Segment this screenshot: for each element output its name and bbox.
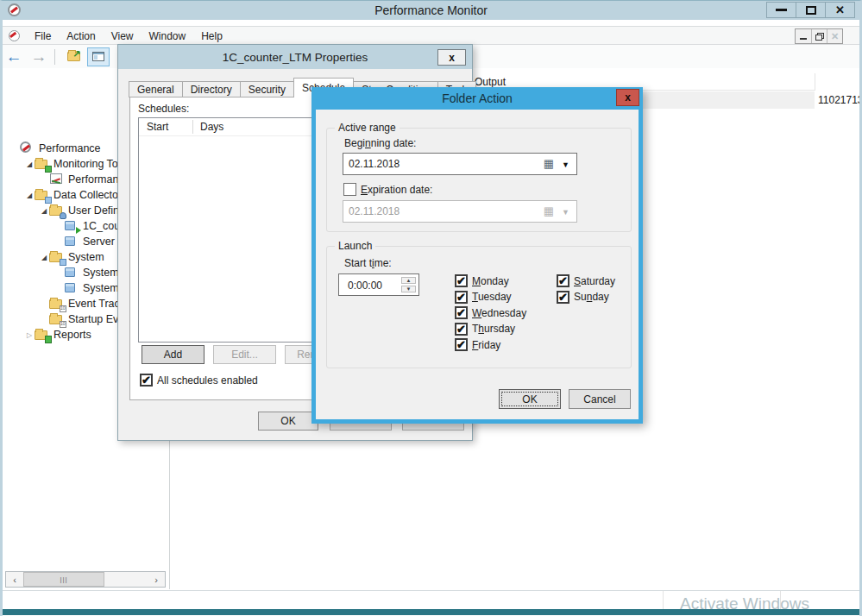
day-checkbox-saturday[interactable]: ✔ Saturday (557, 274, 615, 287)
tab-directory[interactable]: Directory (182, 81, 241, 97)
back-button[interactable]: ← (3, 47, 25, 66)
forward-arrow-icon: → (31, 47, 47, 66)
window-controls: ✕ (767, 2, 855, 18)
menu-action[interactable]: Action (59, 28, 103, 44)
properties-close-button[interactable]: x (437, 49, 466, 66)
checkbox-checked-icon[interactable]: ✔ (557, 274, 569, 287)
calendar-icon: ▦ (544, 158, 554, 169)
child-restore-button[interactable] (811, 29, 827, 43)
checkbox-checked-icon[interactable]: ✔ (455, 306, 468, 319)
close-icon: ✕ (831, 31, 839, 42)
checkbox-checked-icon[interactable]: ✔ (455, 291, 468, 304)
scrollbar-thumb[interactable]: ||| (23, 572, 104, 587)
title-bar: Performance Monitor ✕ (0, 0, 862, 20)
dropdown-arrow-icon: ▼ (562, 209, 569, 217)
launch-legend: Launch (335, 240, 375, 252)
menu-view[interactable]: View (104, 28, 142, 44)
day-checkbox-sunday[interactable]: ✔ Sunday (557, 291, 609, 304)
start-time-field[interactable]: 0:00:00 ▲ ▼ (338, 273, 419, 296)
tree-item-system[interactable]: ◢ System (39, 249, 104, 265)
menu-file[interactable]: File (27, 28, 59, 44)
minimize-icon (800, 38, 807, 40)
back-arrow-icon: ← (6, 47, 22, 66)
tree-item-event-trace[interactable]: Event Trace (39, 296, 126, 311)
child-minimize-button[interactable] (796, 29, 811, 43)
checkbox-checked-icon[interactable]: ✔ (455, 338, 468, 351)
tree-item-data-collector[interactable]: ◢ Data Collector (24, 187, 122, 203)
tree-item-monitoring-too[interactable]: ◢ Monitoring Too (24, 156, 124, 172)
day-checkbox-monday[interactable]: ✔ Monday (455, 274, 509, 287)
tree-item-performance[interactable]: Performance (9, 141, 101, 156)
tree-expander-icon[interactable]: ◢ (39, 254, 49, 261)
column-divider (815, 73, 815, 91)
active-range-legend: Active range (335, 122, 400, 134)
day-checkbox-thursday[interactable]: ✔ Thursday (455, 323, 515, 336)
scrollbar-track[interactable]: ||| (23, 572, 148, 587)
checkbox-checked-icon[interactable]: ✔ (140, 374, 153, 387)
minimize-button[interactable] (766, 2, 796, 18)
properties-dialog-title: 1C_counter_LTM Properties (118, 45, 472, 69)
status-divider (663, 591, 664, 610)
tree-expander-icon[interactable]: ◢ (24, 192, 35, 199)
expiration-date-label: Expiration date: (361, 184, 432, 196)
expiration-date-checkbox[interactable]: Expiration date: (343, 183, 432, 196)
spinner-up-button[interactable]: ▲ (401, 277, 416, 284)
tab-security[interactable]: Security (240, 81, 294, 97)
tree-item-label: Monitoring Too (53, 158, 124, 170)
day-checkbox-tuesday[interactable]: ✔ Tuesday (455, 291, 512, 304)
day-checkbox-friday[interactable]: ✔ Friday (455, 338, 500, 351)
tree-item-reports[interactable]: ▷ Reports (24, 327, 91, 343)
tree-item-server-m[interactable]: Server M (53, 234, 127, 249)
beginning-date-label: Beginning date: (344, 137, 416, 149)
close-button[interactable]: ✕ (825, 2, 855, 18)
show-console-tree-button[interactable] (87, 47, 110, 66)
beginning-date-field[interactable]: 02.11.2018 ▦ ▼ (343, 153, 577, 175)
folder-action-cancel-button[interactable]: Cancel (569, 389, 631, 409)
tree-item-label: Startup Eve (68, 313, 124, 325)
close-icon: x (449, 52, 455, 64)
day-label: Tuesday (472, 291, 512, 303)
day-label: Thursday (472, 323, 515, 335)
column-header-start[interactable]: Start (139, 118, 168, 135)
day-label: Saturday (574, 275, 615, 287)
day-checkbox-wednesday[interactable]: ✔ Wednesday (455, 306, 526, 319)
tree-expander-icon[interactable]: ▷ (24, 331, 35, 339)
tree-expander-icon[interactable]: ◢ (39, 207, 49, 215)
tree-expander-icon[interactable]: ◢ (24, 160, 35, 168)
forward-button[interactable]: → (28, 47, 50, 66)
day-label: Monday (472, 275, 509, 287)
tree-item-system[interactable]: System (53, 280, 119, 296)
all-schedules-checkbox[interactable]: ✔ All schedules enabled (140, 374, 258, 387)
tree-item-1c-cou[interactable]: 1C_cou (53, 218, 120, 234)
menu-bar: FileActionViewWindowHelp ✕ (0, 26, 862, 45)
checkbox-checked-icon[interactable]: ✔ (455, 323, 468, 336)
tree-item-system[interactable]: System (53, 265, 119, 280)
dropdown-arrow-icon[interactable]: ▼ (562, 161, 569, 169)
tree-item-label: Performance (39, 142, 101, 154)
menu-window[interactable]: Window (142, 28, 194, 44)
folder-action-ok-button[interactable]: OK (499, 389, 561, 409)
checkbox-checked-icon[interactable]: ✔ (455, 274, 468, 287)
tree-item-label: System (83, 267, 119, 279)
window-title: Performance Monitor (0, 3, 862, 17)
horizontal-scrollbar[interactable]: ‹ ||| › (5, 571, 166, 588)
scroll-right-button[interactable]: › (148, 572, 165, 587)
export-button[interactable]: ↗ (62, 47, 85, 66)
properties-ok-button[interactable]: OK (258, 412, 318, 431)
calendar-icon: ▦ (544, 205, 554, 217)
tree-item-performanc[interactable]: Performanc (39, 172, 124, 187)
tree-item-user-define[interactable]: ◢ User Define (39, 203, 125, 218)
close-icon: ✕ (835, 4, 845, 16)
add-button[interactable]: Add (142, 345, 204, 364)
scroll-left-button[interactable]: ‹ (6, 572, 23, 587)
checkbox-checked-icon[interactable]: ✔ (557, 291, 569, 304)
spinner-down-button[interactable]: ▼ (401, 286, 416, 292)
output-file-label: 11021713.blg (818, 94, 862, 106)
menu-help[interactable]: Help (193, 28, 230, 44)
checkbox-unchecked-icon[interactable] (343, 183, 356, 196)
tree-item-startup-eve[interactable]: Startup Eve (39, 311, 124, 327)
folder-action-close-button[interactable]: x (616, 89, 639, 106)
maximize-button[interactable] (796, 2, 826, 18)
column-header-days[interactable]: Days (192, 118, 223, 135)
tab-general[interactable]: General (129, 81, 183, 97)
